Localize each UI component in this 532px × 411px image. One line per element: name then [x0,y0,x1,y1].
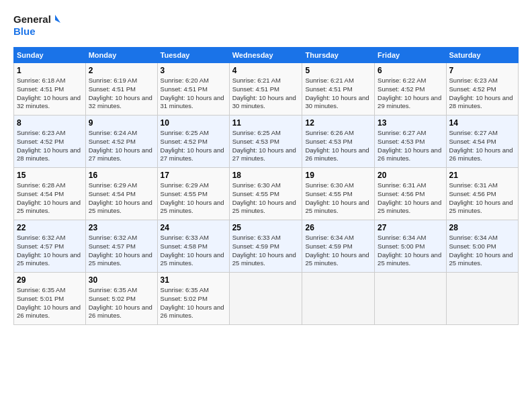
calendar-cell: 27 Sunrise: 6:34 AM Sunset: 5:00 PM Dayl… [375,220,446,273]
day-info: Sunrise: 6:35 AM Sunset: 5:02 PM Dayligh… [89,286,154,320]
day-info: Sunrise: 6:32 AM Sunset: 4:57 PM Dayligh… [17,234,83,268]
calendar-week-row: 22 Sunrise: 6:32 AM Sunset: 4:57 PM Dayl… [14,220,519,273]
day-number: 11 [232,118,300,128]
calendar-cell: 28 Sunrise: 6:34 AM Sunset: 5:00 PM Dayl… [446,220,518,273]
calendar-table: SundayMondayTuesdayWednesdayThursdayFrid… [13,47,519,325]
day-number: 7 [449,66,515,75]
calendar-cell: 1 Sunrise: 6:18 AM Sunset: 4:51 PM Dayli… [14,63,86,116]
calendar-cell: 4 Sunrise: 6:21 AM Sunset: 4:51 PM Dayli… [229,63,302,116]
calendar-cell [446,273,518,325]
day-number: 18 [232,171,300,180]
calendar-body: 1 Sunrise: 6:18 AM Sunset: 4:51 PM Dayli… [14,63,519,325]
day-info: Sunrise: 6:32 AM Sunset: 4:57 PM Dayligh… [89,234,154,268]
calendar-cell: 10 Sunrise: 6:25 AM Sunset: 4:52 PM Dayl… [157,116,229,168]
day-number: 12 [305,118,371,128]
calendar-cell: 12 Sunrise: 6:26 AM Sunset: 4:53 PM Dayl… [302,116,375,168]
day-info: Sunrise: 6:20 AM Sunset: 4:51 PM Dayligh… [161,77,226,111]
day-info: Sunrise: 6:25 AM Sunset: 4:53 PM Dayligh… [232,129,300,163]
weekday-header: Friday [375,48,446,63]
calendar-cell: 9 Sunrise: 6:24 AM Sunset: 4:52 PM Dayli… [85,116,157,168]
calendar-cell [375,273,446,325]
day-number: 22 [17,223,83,232]
day-number: 6 [378,66,443,75]
calendar-cell: 13 Sunrise: 6:27 AM Sunset: 4:53 PM Dayl… [375,116,446,168]
day-info: Sunrise: 6:22 AM Sunset: 4:52 PM Dayligh… [378,77,443,111]
weekday-header: Tuesday [157,48,229,63]
day-number: 1 [17,66,83,75]
day-number: 2 [89,66,154,75]
day-number: 9 [89,118,154,128]
calendar-cell: 23 Sunrise: 6:32 AM Sunset: 4:57 PM Dayl… [85,220,157,273]
day-number: 3 [161,66,226,75]
day-info: Sunrise: 6:18 AM Sunset: 4:51 PM Dayligh… [17,77,83,111]
weekday-header: Saturday [446,48,518,63]
day-info: Sunrise: 6:30 AM Sunset: 4:55 PM Dayligh… [305,181,371,216]
day-info: Sunrise: 6:24 AM Sunset: 4:52 PM Dayligh… [89,129,154,163]
calendar-cell [302,273,375,325]
calendar-week-row: 29 Sunrise: 6:35 AM Sunset: 5:01 PM Dayl… [14,273,519,325]
calendar-cell: 5 Sunrise: 6:21 AM Sunset: 4:51 PM Dayli… [302,63,375,116]
svg-marker-2 [55,15,60,23]
weekday-header: Monday [85,48,157,63]
day-number: 28 [449,223,515,232]
day-info: Sunrise: 6:34 AM Sunset: 4:59 PM Dayligh… [305,234,371,268]
day-info: Sunrise: 6:33 AM Sunset: 4:58 PM Dayligh… [161,234,226,268]
weekday-header: Sunday [14,48,86,63]
logo: General Blue [13,11,60,40]
calendar-week-row: 1 Sunrise: 6:18 AM Sunset: 4:51 PM Dayli… [14,63,519,116]
day-number: 31 [161,275,226,285]
day-info: Sunrise: 6:35 AM Sunset: 5:02 PM Dayligh… [161,286,226,320]
weekday-header: Wednesday [229,48,302,63]
header: General Blue [13,11,519,40]
day-info: Sunrise: 6:31 AM Sunset: 4:56 PM Dayligh… [449,181,515,216]
day-info: Sunrise: 6:34 AM Sunset: 5:00 PM Dayligh… [378,234,443,268]
calendar-cell: 25 Sunrise: 6:33 AM Sunset: 4:59 PM Dayl… [229,220,302,273]
day-info: Sunrise: 6:26 AM Sunset: 4:53 PM Dayligh… [305,129,371,163]
calendar-cell: 8 Sunrise: 6:23 AM Sunset: 4:52 PM Dayli… [14,116,86,168]
calendar-week-row: 15 Sunrise: 6:28 AM Sunset: 4:54 PM Dayl… [14,168,519,220]
calendar-cell: 19 Sunrise: 6:30 AM Sunset: 4:55 PM Dayl… [302,168,375,220]
calendar-cell: 21 Sunrise: 6:31 AM Sunset: 4:56 PM Dayl… [446,168,518,220]
day-info: Sunrise: 6:23 AM Sunset: 4:52 PM Dayligh… [449,77,515,111]
day-number: 29 [17,275,83,285]
weekday-header: Thursday [302,48,375,63]
day-info: Sunrise: 6:29 AM Sunset: 4:55 PM Dayligh… [161,181,226,216]
day-info: Sunrise: 6:30 AM Sunset: 4:55 PM Dayligh… [232,181,300,216]
calendar-cell: 6 Sunrise: 6:22 AM Sunset: 4:52 PM Dayli… [375,63,446,116]
calendar-cell: 16 Sunrise: 6:29 AM Sunset: 4:54 PM Dayl… [85,168,157,220]
calendar-cell: 7 Sunrise: 6:23 AM Sunset: 4:52 PM Dayli… [446,63,518,116]
day-number: 10 [161,118,226,128]
day-number: 5 [305,66,371,75]
day-info: Sunrise: 6:29 AM Sunset: 4:54 PM Dayligh… [89,181,154,216]
page: General Blue SundayMondayTuesdayWednesda… [0,0,532,411]
day-number: 14 [449,118,515,128]
calendar-cell: 18 Sunrise: 6:30 AM Sunset: 4:55 PM Dayl… [229,168,302,220]
day-number: 26 [305,223,371,232]
calendar-cell: 29 Sunrise: 6:35 AM Sunset: 5:01 PM Dayl… [14,273,86,325]
day-info: Sunrise: 6:31 AM Sunset: 4:56 PM Dayligh… [378,181,443,216]
day-number: 19 [305,171,371,180]
day-number: 8 [17,118,83,128]
day-info: Sunrise: 6:28 AM Sunset: 4:54 PM Dayligh… [17,181,83,216]
svg-text:Blue: Blue [13,26,36,37]
day-number: 24 [161,223,226,232]
day-info: Sunrise: 6:34 AM Sunset: 5:00 PM Dayligh… [449,234,515,268]
day-info: Sunrise: 6:35 AM Sunset: 5:01 PM Dayligh… [17,286,83,320]
calendar-header-row: SundayMondayTuesdayWednesdayThursdayFrid… [14,48,519,63]
day-number: 21 [449,171,515,180]
day-number: 15 [17,171,83,180]
day-info: Sunrise: 6:19 AM Sunset: 4:51 PM Dayligh… [89,77,154,111]
day-number: 23 [89,223,154,232]
day-number: 30 [89,275,154,285]
calendar-cell: 14 Sunrise: 6:27 AM Sunset: 4:54 PM Dayl… [446,116,518,168]
day-number: 17 [161,171,226,180]
day-info: Sunrise: 6:27 AM Sunset: 4:54 PM Dayligh… [449,129,515,163]
calendar-cell: 22 Sunrise: 6:32 AM Sunset: 4:57 PM Dayl… [14,220,86,273]
day-number: 4 [232,66,300,75]
calendar-cell: 15 Sunrise: 6:28 AM Sunset: 4:54 PM Dayl… [14,168,86,220]
calendar-cell: 24 Sunrise: 6:33 AM Sunset: 4:58 PM Dayl… [157,220,229,273]
calendar-cell: 26 Sunrise: 6:34 AM Sunset: 4:59 PM Dayl… [302,220,375,273]
day-info: Sunrise: 6:33 AM Sunset: 4:59 PM Dayligh… [232,234,300,268]
logo-svg: General Blue [13,11,60,40]
calendar-cell: 30 Sunrise: 6:35 AM Sunset: 5:02 PM Dayl… [85,273,157,325]
